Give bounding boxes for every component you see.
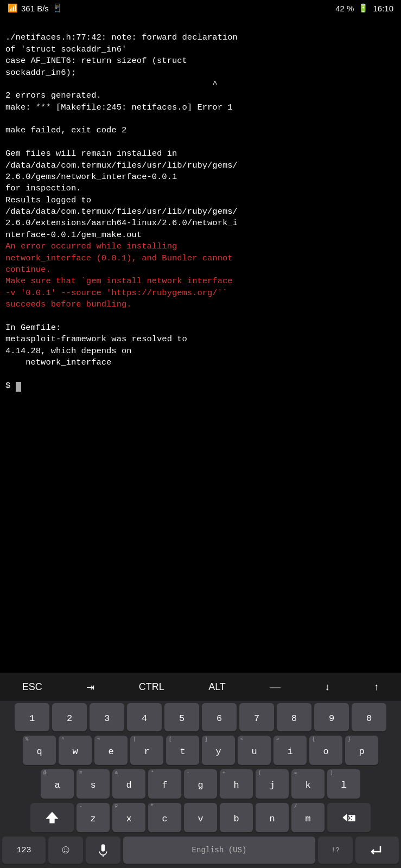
enter-key[interactable] <box>355 837 399 864</box>
status-right: 42 % 🔋 16:10 <box>335 3 393 13</box>
status-bar: 📶 361 B/s 📱 42 % 🔋 16:10 <box>0 0 401 16</box>
key-0[interactable]: 0 <box>352 703 386 731</box>
ctrl-button[interactable]: CTRL <box>131 679 172 695</box>
row-asdf: @a #s &d *f -g +h (j =k )l <box>0 767 401 801</box>
key-x[interactable]: ₽x <box>112 803 145 832</box>
key-p[interactable]: }p <box>345 736 378 765</box>
key-s[interactable]: #s <box>77 769 110 799</box>
terminal-white-text2: In Gemfile: metasploit-framework was res… <box>5 323 187 367</box>
mic-key[interactable] <box>86 837 120 864</box>
key-h[interactable]: +h <box>220 769 253 799</box>
svg-rect-3 <box>101 844 105 851</box>
esc-button[interactable]: ESC <box>15 679 50 695</box>
key-f[interactable]: *f <box>148 769 181 799</box>
tab-button[interactable]: ⇥ <box>79 679 102 695</box>
key-5[interactable]: 5 <box>164 703 199 731</box>
backspace-key[interactable] <box>327 803 371 832</box>
dash-button[interactable]: — <box>262 679 288 695</box>
key-8[interactable]: 8 <box>277 703 311 731</box>
key-b[interactable]: b <box>220 803 253 832</box>
key-m[interactable]: /m <box>291 803 324 832</box>
key-a[interactable]: @a <box>41 769 74 799</box>
time: 16:10 <box>373 4 393 13</box>
svg-marker-0 <box>46 812 58 824</box>
key-6[interactable]: 6 <box>202 703 237 731</box>
key-d[interactable]: &d <box>112 769 145 799</box>
emoji-key[interactable]: ☺ <box>48 837 83 864</box>
key-e[interactable]: ~e <box>94 736 128 765</box>
bottom-row: 123 ☺ English (US) !? <box>0 834 401 868</box>
key-7[interactable]: 7 <box>239 703 274 731</box>
screen-icon: 📱 <box>52 3 62 13</box>
battery-level: 42 % <box>335 4 354 13</box>
key-2[interactable]: 2 <box>52 703 87 731</box>
key-y[interactable]: ]y <box>202 736 235 765</box>
signal-icon: 📶 <box>8 3 18 13</box>
space-key[interactable]: English (US) <box>123 837 315 864</box>
key-v[interactable]: v <box>184 803 217 832</box>
key-l[interactable]: )l <box>327 769 360 799</box>
arrow-down-button[interactable]: ↓ <box>317 679 338 695</box>
row-qwerty: %q ^w ~e |r [t ]y <u >i {o }p <box>0 733 401 767</box>
key-z[interactable]: -z <box>77 803 110 832</box>
terminal-cursor <box>16 382 21 392</box>
key-r[interactable]: |r <box>130 736 163 765</box>
terminal-error-text: An error occurred while installing netwo… <box>5 241 233 309</box>
key-q[interactable]: %q <box>23 736 56 765</box>
key-t[interactable]: [t <box>166 736 199 765</box>
keyboard[interactable]: 1 2 3 4 5 6 7 8 9 0 %q ^w ~e |r [t ]y <u… <box>0 701 401 868</box>
network-speed: 361 B/s <box>21 4 49 13</box>
arrow-up-button[interactable]: ↑ <box>366 679 386 695</box>
shift-key[interactable] <box>30 803 74 832</box>
toolbar: ESC ⇥ CTRL ALT — ↓ ↑ <box>0 673 401 701</box>
key-w[interactable]: ^w <box>59 736 92 765</box>
terminal-prompt: $ <box>5 381 16 391</box>
key-9[interactable]: 9 <box>314 703 349 731</box>
key-c[interactable]: "c <box>148 803 181 832</box>
alt-button[interactable]: ALT <box>201 679 233 695</box>
row-zxcv: -z ₽x "c v b n /m <box>0 801 401 834</box>
num-mode-key[interactable]: 123 <box>2 837 46 864</box>
key-i[interactable]: >i <box>273 736 307 765</box>
status-left: 📶 361 B/s 📱 <box>8 3 62 13</box>
key-k[interactable]: =k <box>291 769 324 799</box>
key-4[interactable]: 4 <box>127 703 162 731</box>
key-n[interactable]: n <box>256 803 289 832</box>
terminal-output[interactable]: ./netifaces.h:77:42: note: forward decla… <box>0 16 401 673</box>
key-j[interactable]: (j <box>256 769 289 799</box>
punct-key[interactable]: !? <box>318 837 353 864</box>
key-1[interactable]: 1 <box>15 703 49 731</box>
terminal-white-text: ./netifaces.h:77:42: note: forward decla… <box>5 33 238 239</box>
battery-icon: 🔋 <box>358 3 368 13</box>
key-u[interactable]: <u <box>238 736 271 765</box>
key-o[interactable]: {o <box>309 736 342 765</box>
number-row: 1 2 3 4 5 6 7 8 9 0 <box>0 701 401 733</box>
key-3[interactable]: 3 <box>90 703 124 731</box>
key-g[interactable]: -g <box>184 769 217 799</box>
